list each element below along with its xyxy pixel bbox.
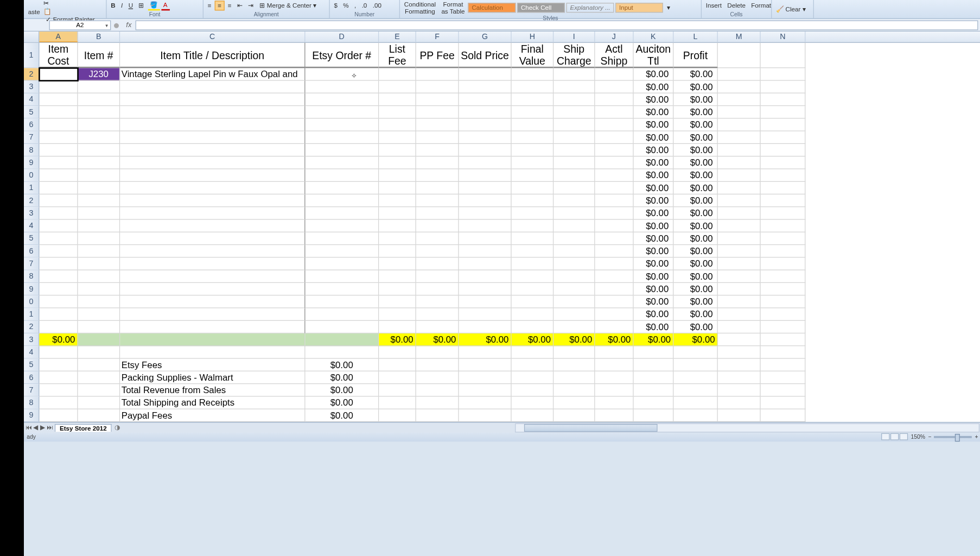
cell[interactable] [39, 245, 78, 257]
cell[interactable] [595, 131, 634, 144]
col-header-F[interactable]: F [416, 31, 459, 42]
cell[interactable] [553, 270, 595, 283]
row-header[interactable]: 8 [24, 270, 39, 283]
col-header-B[interactable]: B [78, 31, 120, 42]
cell[interactable] [595, 106, 634, 118]
cell[interactable] [512, 144, 554, 156]
style-input[interactable]: Input [616, 3, 664, 12]
cell[interactable] [761, 144, 806, 156]
cell-auction-ttl[interactable]: $0.00 [634, 270, 674, 283]
cell-item-title[interactable] [120, 321, 305, 333]
row-header[interactable]: 2 [24, 321, 39, 333]
cell[interactable] [416, 270, 459, 283]
cell[interactable] [761, 182, 806, 194]
cell-profit[interactable]: $0.00 [673, 144, 717, 156]
format-as-table-button[interactable]: Formatas Table [439, 0, 467, 15]
cell-profit[interactable]: $0.00 [673, 106, 717, 118]
cell[interactable] [553, 321, 595, 333]
cell[interactable] [39, 68, 78, 80]
cell[interactable] [459, 321, 512, 333]
cell-profit[interactable]: $0.00 [673, 169, 717, 182]
tab-next-button[interactable]: ▶ [39, 424, 46, 431]
cell[interactable] [459, 283, 512, 295]
cell-item-num[interactable] [78, 106, 120, 118]
cell[interactable] [595, 308, 634, 321]
cell[interactable] [416, 194, 459, 207]
cell[interactable] [459, 270, 512, 283]
cell[interactable] [553, 144, 595, 156]
cell[interactable] [39, 169, 78, 182]
cell[interactable] [459, 220, 512, 232]
col-header-A[interactable]: A [39, 31, 78, 42]
format-button[interactable]: Format [749, 2, 773, 10]
fx-cancel-icon[interactable]: ● [113, 18, 120, 31]
col-header-M[interactable]: M [718, 31, 761, 42]
cell[interactable] [595, 119, 634, 131]
zoom-out-button[interactable]: − [928, 434, 931, 440]
cell[interactable] [416, 295, 459, 308]
cell[interactable] [512, 194, 554, 207]
row-header[interactable]: 3 [24, 207, 39, 219]
cell[interactable] [595, 182, 634, 194]
cell[interactable] [459, 245, 512, 257]
cell[interactable] [379, 194, 416, 207]
cell[interactable] [595, 156, 634, 169]
cell-item-title[interactable] [120, 106, 305, 118]
cell[interactable] [761, 321, 806, 333]
cell[interactable] [39, 295, 78, 308]
spreadsheet-grid[interactable]: A B C D E F G H I J K L M N 1 Item Cost … [24, 31, 980, 422]
row-header[interactable]: 3 [24, 333, 39, 346]
row-header[interactable]: 1 [24, 308, 39, 321]
cell[interactable] [39, 321, 78, 333]
cell[interactable] [553, 207, 595, 219]
col-header-C[interactable]: C [120, 31, 305, 42]
cell[interactable] [595, 169, 634, 182]
cell-auction-ttl[interactable]: $0.00 [634, 232, 674, 245]
col-header-N[interactable]: N [761, 31, 806, 42]
percent-button[interactable]: % [341, 2, 351, 10]
cell-auction-ttl[interactable]: $0.00 [634, 131, 674, 144]
cell[interactable] [512, 156, 554, 169]
cell[interactable] [718, 270, 761, 283]
cell[interactable] [553, 169, 595, 182]
col-header-E[interactable]: E [379, 31, 416, 42]
cell[interactable] [718, 93, 761, 106]
cell[interactable] [379, 308, 416, 321]
cell[interactable] [416, 131, 459, 144]
cell[interactable] [761, 207, 806, 219]
cell[interactable] [761, 245, 806, 257]
cell[interactable] [761, 156, 806, 169]
underline-button[interactable]: U [126, 2, 135, 10]
cell[interactable] [553, 258, 595, 270]
cell[interactable] [379, 131, 416, 144]
cell[interactable] [305, 81, 379, 93]
cell[interactable] [761, 220, 806, 232]
cell[interactable] [761, 119, 806, 131]
bold-button[interactable]: B [109, 2, 117, 10]
cell[interactable] [39, 131, 78, 144]
cell[interactable] [39, 220, 78, 232]
cell[interactable] [595, 144, 634, 156]
cell[interactable] [761, 106, 806, 118]
cell[interactable] [39, 144, 78, 156]
cell[interactable] [718, 81, 761, 93]
cell-profit[interactable]: $0.00 [673, 207, 717, 219]
cell-profit[interactable]: $0.00 [673, 270, 717, 283]
row-header[interactable]: 6 [24, 119, 39, 131]
cell[interactable] [459, 182, 512, 194]
cell[interactable] [718, 283, 761, 295]
cell[interactable] [459, 131, 512, 144]
header-sold-price[interactable]: Sold Price [459, 43, 512, 68]
cell-item-num[interactable] [78, 131, 120, 144]
cell-item-num[interactable] [78, 295, 120, 308]
total-list-fee[interactable]: $0.00 [379, 333, 416, 346]
cell[interactable] [459, 207, 512, 219]
cell[interactable] [595, 220, 634, 232]
view-buttons[interactable] [881, 433, 908, 441]
cell-auction-ttl[interactable]: $0.00 [634, 93, 674, 106]
cell[interactable] [305, 245, 379, 257]
summary-value[interactable]: $0.00 [305, 371, 379, 384]
cell-profit[interactable]: $0.00 [673, 81, 717, 93]
delete-button[interactable]: Delete [725, 2, 747, 10]
cell[interactable] [553, 119, 595, 131]
